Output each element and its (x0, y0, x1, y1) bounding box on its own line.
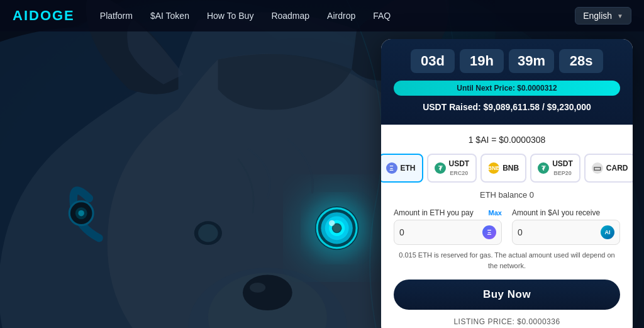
svg-point-6 (250, 283, 265, 293)
rate-label: 1 $AI = $0.0000308 (469, 135, 546, 145)
receive-input-group: Amount in $AI you receive 0 AI (512, 208, 620, 245)
max-button[interactable]: Max (489, 209, 502, 217)
nav-link-platform[interactable]: Platform (100, 11, 133, 21)
logo-text-suffix: GE (52, 8, 75, 23)
hours-value: 19h (469, 54, 495, 68)
gas-note-text: 0.015 ETH is reserved for gas. The actua… (399, 251, 614, 269)
ai-token-icon: AI (601, 225, 614, 239)
navbar: AIDOGE Platform$AI TokenHow To BuyRoadma… (0, 0, 644, 31)
pay-bnb-button[interactable]: BNB BNB (480, 154, 526, 183)
bnb-label: BNB (502, 164, 519, 172)
listing-price: LISTING PRICE: $0.0000336 (394, 317, 620, 326)
gas-note: 0.015 ETH is reserved for gas. The actua… (394, 250, 620, 271)
nav-link-faq[interactable]: FAQ (373, 11, 391, 21)
countdown-timer: 03d 19h 39m 28s (394, 49, 620, 73)
payment-options: Ξ ETH ₮ USDTERC20 BNB BNB ₮ USDTBEP20 ▭ … (394, 154, 620, 183)
seconds-value: 28s (568, 54, 594, 68)
brand-logo[interactable]: AIDOGE (13, 8, 75, 24)
receive-input-value: 0 (518, 227, 523, 237)
nav-link-airdrop[interactable]: Airdrop (327, 11, 355, 21)
chevron-down-icon: ▼ (617, 13, 623, 20)
nav-link-ai-token[interactable]: $AI Token (150, 11, 189, 21)
pay-input-group: Amount in ETH you pay Max 0 Ξ (394, 208, 502, 245)
card-icon: ▭ (592, 162, 603, 174)
timer-hours: 19h (460, 49, 504, 73)
nav-link-how-to-buy[interactable]: How To Buy (207, 11, 253, 21)
svg-point-18 (198, 224, 218, 242)
receive-label-row: Amount in $AI you receive (512, 208, 620, 217)
eth-balance: ETH balance 0 (394, 190, 620, 200)
input-row: Amount in ETH you pay Max 0 Ξ Amount in … (394, 208, 620, 245)
pay-label-row: Amount in ETH you pay Max (394, 208, 502, 217)
card-body: 1 $AI = $0.0000308 Ξ ETH ₮ USDTERC20 BNB… (381, 125, 633, 328)
receive-input-field[interactable]: 0 AI (512, 220, 620, 245)
eth-icon: Ξ (386, 162, 397, 174)
pay-input-field[interactable]: 0 Ξ (394, 220, 502, 245)
svg-point-27 (78, 210, 84, 216)
purchase-card: 03d 19h 39m 28s Until Next Price: $0.000… (381, 39, 633, 328)
nav-link-roadmap[interactable]: Roadmap (271, 11, 309, 21)
card-label: CARD (606, 164, 628, 172)
bnb-icon: BNB (488, 162, 499, 174)
days-value: 03d (419, 54, 446, 68)
eth-label: ETH (401, 164, 416, 172)
svg-point-16 (329, 220, 335, 226)
buy-now-button[interactable]: Buy Now (394, 280, 620, 310)
exchange-rate: 1 $AI = $0.0000308 (394, 135, 620, 145)
pay-card-button[interactable]: ▭ CARD (584, 154, 633, 183)
pay-input-label: Amount in ETH you pay (394, 208, 474, 217)
next-price-label: Until Next Price: $0.0000312 (457, 84, 557, 93)
svg-point-5 (243, 274, 292, 310)
listing-price-label: LISTING PRICE: $0.0000336 (453, 317, 560, 326)
usdt-erc20-icon: ₮ (435, 162, 446, 174)
nav-links: Platform$AI TokenHow To BuyRoadmapAirdro… (100, 11, 575, 21)
next-price-bar: Until Next Price: $0.0000312 (394, 81, 620, 96)
minutes-value: 39m (518, 54, 545, 68)
raised-label: USDT Raised: $9,089,611.58 / $9,230,000 (423, 102, 591, 112)
timer-minutes: 39m (509, 49, 554, 73)
timer-days: 03d (411, 49, 455, 73)
eth-input-icon: Ξ (482, 225, 496, 239)
usdt-bep20-label: USDTBEP20 (552, 159, 573, 177)
timer-seconds: 28s (559, 49, 603, 73)
raised-amount: USDT Raised: $9,089,611.58 / $9,230,000 (394, 102, 620, 112)
pay-usdt-erc20-button[interactable]: ₮ USDTERC20 (427, 154, 477, 183)
balance-label: ETH balance 0 (480, 190, 534, 200)
card-header: 03d 19h 39m 28s Until Next Price: $0.000… (381, 39, 633, 125)
language-label: English (583, 11, 612, 21)
usdt-erc20-label: USDTERC20 (449, 159, 470, 177)
logo-text-prefix: AIDO (13, 8, 52, 23)
receive-input-label: Amount in $AI you receive (512, 208, 600, 217)
pay-input-value: 0 (399, 227, 404, 237)
usdt-bep20-icon: ₮ (538, 162, 549, 174)
pay-usdt-bep20-button[interactable]: ₮ USDTBEP20 (530, 154, 580, 183)
language-selector[interactable]: English ▼ (575, 7, 631, 25)
pay-eth-button[interactable]: Ξ ETH (381, 154, 423, 183)
